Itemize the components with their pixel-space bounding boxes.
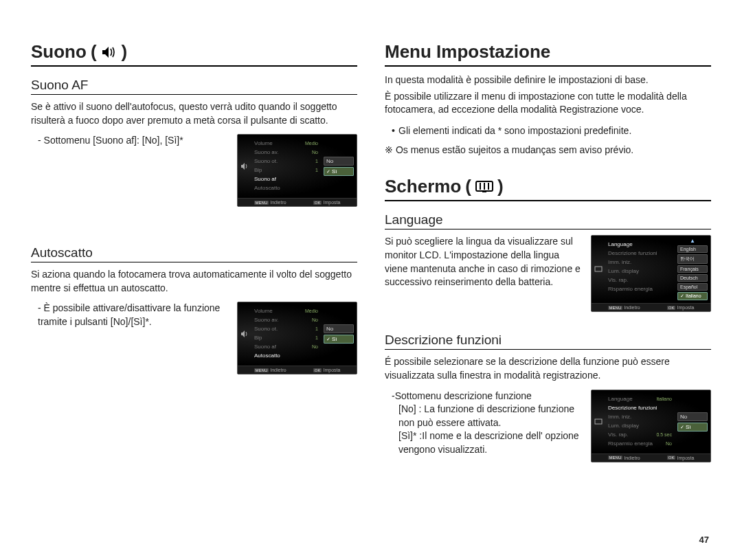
opt-no: No xyxy=(324,157,354,166)
speaker-mini-icon xyxy=(240,330,249,338)
subheading-autoscatto: Autoscatto xyxy=(31,245,357,262)
svg-marker-0 xyxy=(102,47,109,58)
desc-subhead: -Sottomenu descrizione funzione xyxy=(385,390,581,403)
subheading-suono-af: Suono AF xyxy=(31,78,357,95)
display-mini-icon xyxy=(594,266,603,273)
display-mini-icon xyxy=(594,418,603,425)
opt-si: Sì xyxy=(324,167,354,176)
right-column: Menu Impostazione In questa modalità è p… xyxy=(385,41,711,462)
autoscatto-sub: - È possibile attivare/disattivare la fu… xyxy=(31,302,227,328)
camera-ui-autoscatto: VolumeMedio Suono av.No Suono ot.1 Bip1 … xyxy=(237,302,357,374)
heading-suono: Suono ( ) xyxy=(31,41,357,67)
menuimp-p1: In questa modalità è possibile definire … xyxy=(385,74,711,87)
display-icon xyxy=(475,181,493,193)
desc-si-row: [Sì]* :Il nome e la descrizione dell' op… xyxy=(385,429,581,456)
svg-marker-2 xyxy=(241,331,245,337)
language-body: Si può scegliere la lingua da visualizza… xyxy=(385,235,581,289)
page-number: 47 xyxy=(699,535,709,545)
sound-icon xyxy=(101,45,117,59)
camera-ui-language: Language Descrizione funzioni Imm. iniz.… xyxy=(591,235,711,312)
menuimp-p2: È possibile utilizzare il menu di impost… xyxy=(385,90,711,117)
suono-af-sub: - Sottomenu [Suono af]: [No], [Sì]* xyxy=(31,134,227,148)
svg-rect-8 xyxy=(595,267,602,271)
speaker-mini-icon xyxy=(240,162,249,170)
menuimp-bullet: •Gli elementi indicati da * sono imposta… xyxy=(385,124,711,138)
svg-rect-9 xyxy=(595,419,602,424)
opt-no: No xyxy=(324,324,354,333)
suono-af-body: Se è attivo il suono dell'autofocus, que… xyxy=(31,100,357,127)
autoscatto-body: Si aziona quando la fotocamera trova aut… xyxy=(31,268,357,295)
left-column: Suono ( ) Suono AF Se è attivo il suono … xyxy=(31,41,357,462)
heading-menu-impostazione: Menu Impostazione xyxy=(385,41,711,67)
opt-si: Sì xyxy=(324,335,354,344)
camera-ui-suono-af: VolumeMedio Suono av.No Suono ot.1 Bip1 … xyxy=(237,134,357,207)
svg-marker-1 xyxy=(241,163,245,170)
svg-rect-7 xyxy=(482,191,486,192)
subheading-descrizione: Descrizione funzioni xyxy=(385,333,711,350)
descrizione-body: É possibile selezionare se la descrizion… xyxy=(385,355,711,382)
camera-ui-descrizione: LanguageItaliano Descrizione funzioni Im… xyxy=(591,390,711,462)
heading-suono-text: Suono xyxy=(31,41,87,63)
subheading-language: Language xyxy=(385,212,711,229)
menuimp-note: ※ Os menus estão sujeitos a mudanças sem… xyxy=(385,144,711,157)
heading-schermo: Schermo ( ) xyxy=(385,176,711,201)
desc-no-row: [No] : La funzione di descrizione funzio… xyxy=(385,403,581,429)
